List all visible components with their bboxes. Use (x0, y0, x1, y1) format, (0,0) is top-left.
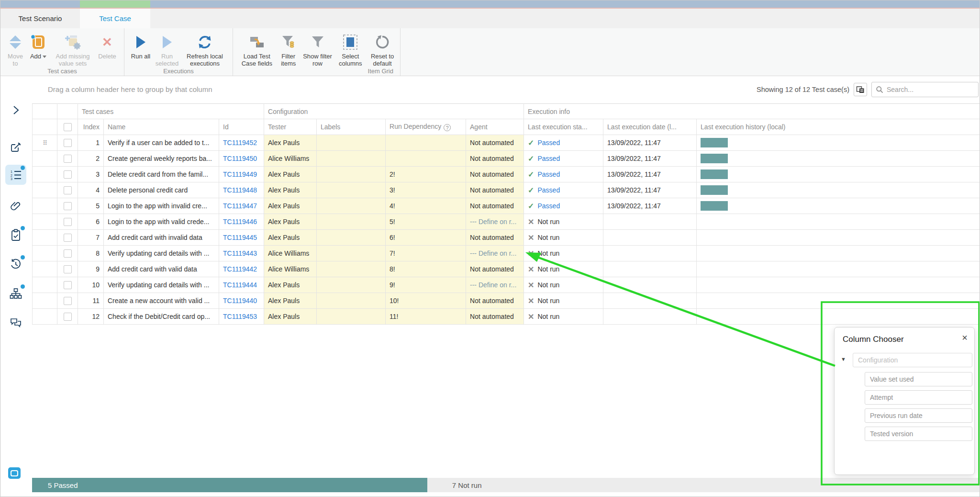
cell-name[interactable]: Verify updating card details with ... (104, 246, 219, 261)
cell-run-dependency[interactable]: 5! (386, 214, 466, 230)
test-case-id-link[interactable]: TC1119450 (223, 155, 257, 162)
drag-handle[interactable] (33, 214, 57, 230)
sidebar-item-hierarchy[interactable] (5, 283, 26, 304)
cell-tester[interactable]: Alex Pauls (264, 167, 317, 182)
load-test-case-fields-button[interactable]: Load Test Case fields (238, 30, 276, 68)
cell-run-dependency[interactable]: 10! (386, 293, 466, 309)
cell-agent[interactable]: Not automated (466, 151, 524, 167)
cell-labels[interactable] (317, 198, 386, 214)
cell-agent[interactable]: Not automated (466, 198, 524, 214)
filter-items-button[interactable]: Filter items (276, 30, 301, 68)
chooser-item-value-set-used[interactable]: Value set used (865, 372, 972, 386)
cell-run-dependency[interactable]: 4! (386, 198, 466, 214)
drag-handle[interactable] (33, 309, 57, 325)
cell-run-dependency[interactable] (386, 135, 466, 151)
cell-agent[interactable]: --- Define on r... (466, 277, 524, 293)
cell-labels[interactable] (317, 167, 386, 182)
cell-tester[interactable]: Alex Pauls (264, 293, 317, 309)
status-text[interactable]: Passed (537, 139, 560, 147)
search-input[interactable] (887, 86, 968, 93)
row-checkbox[interactable] (64, 170, 72, 179)
column-header-last-execution-status[interactable]: Last execution sta... (524, 119, 603, 135)
chooser-item-previous-run-date[interactable]: Previous run date (865, 408, 972, 423)
drag-handle[interactable]: ⠿ (33, 135, 57, 151)
cell-run-dependency[interactable]: 2! (386, 167, 466, 182)
sidebar-item-numbered-list[interactable]: 123 (5, 165, 26, 185)
test-case-id-link[interactable]: TC1119444 (223, 281, 257, 289)
cell-name[interactable]: Verify updating card details with ... (104, 277, 219, 293)
cell-tester[interactable]: Alex Pauls (264, 198, 317, 214)
status-text[interactable]: Not run (537, 218, 559, 226)
status-text[interactable]: Not run (537, 313, 559, 320)
show-filter-row-button[interactable]: Show filter row (301, 30, 334, 68)
column-group-test-cases[interactable]: Test cases (78, 104, 264, 119)
column-header-name[interactable]: Name (104, 119, 219, 135)
drag-handle[interactable] (33, 151, 57, 167)
refresh-local-executions-button[interactable]: Refresh local executions (182, 30, 228, 68)
cell-tester[interactable]: Alex Pauls (264, 214, 317, 230)
sidebar-item-clipboard-check[interactable] (5, 225, 26, 245)
cell-labels[interactable] (317, 151, 386, 167)
test-case-id-link[interactable]: TC1119452 (223, 139, 257, 147)
cell-agent[interactable]: Not automated (466, 293, 524, 309)
cell-labels[interactable] (317, 309, 386, 325)
drag-handle[interactable] (33, 293, 57, 309)
cell-run-dependency[interactable]: 6! (386, 230, 466, 246)
delete-button[interactable]: ✕ Delete (95, 30, 119, 60)
test-case-id-link[interactable]: TC1119446 (223, 218, 257, 226)
row-checkbox[interactable] (64, 281, 72, 289)
cell-name[interactable]: Add credit card with valid data (104, 261, 219, 277)
help-icon[interactable]: ? (444, 124, 451, 131)
cell-agent[interactable]: Not automated (466, 309, 524, 325)
cell-labels[interactable] (317, 261, 386, 277)
drag-handle[interactable] (33, 277, 57, 293)
row-checkbox[interactable] (64, 139, 72, 147)
cell-tester[interactable]: Alex Pauls (264, 182, 317, 198)
cell-tester[interactable]: Alex Pauls (264, 135, 317, 151)
card-view-icon[interactable] (854, 83, 867, 96)
cell-run-dependency[interactable]: 11! (386, 309, 466, 325)
sidebar-item-history[interactable] (5, 254, 26, 274)
column-header-agent[interactable]: Agent (466, 119, 524, 135)
cell-agent[interactable]: Not automated (466, 135, 524, 151)
cell-name[interactable]: Create a new account with valid ... (104, 293, 219, 309)
cell-tester[interactable]: Alice Williams (264, 151, 317, 167)
column-header-labels[interactable]: Labels (317, 119, 386, 135)
row-checkbox[interactable] (64, 218, 72, 226)
column-header-index[interactable]: Index (78, 119, 104, 135)
status-text[interactable]: Passed (537, 170, 560, 178)
test-case-id-link[interactable]: TC1119445 (223, 234, 257, 241)
cell-name[interactable]: Add credit card with invalid data (104, 230, 219, 246)
cell-run-dependency[interactable] (386, 151, 466, 167)
status-text[interactable]: Not run (537, 265, 559, 273)
column-header-run-dependency[interactable]: Run Dependency? (386, 119, 466, 135)
status-text[interactable]: Not run (537, 297, 559, 305)
tab-test-case[interactable]: Test Case (80, 9, 150, 28)
cell-labels[interactable] (317, 214, 386, 230)
status-text[interactable]: Not run (537, 281, 559, 289)
close-icon[interactable]: × (962, 333, 968, 342)
column-header-last-execution-date[interactable]: Last execution date (l... (603, 119, 697, 135)
cell-name[interactable]: Login to the app with invalid cre... (104, 198, 219, 214)
cell-run-dependency[interactable]: 3! (386, 182, 466, 198)
row-checkbox[interactable] (64, 249, 72, 258)
column-header-tester[interactable]: Tester (264, 119, 317, 135)
tab-test-scenario[interactable]: Test Scenario (0, 9, 80, 28)
test-case-id-link[interactable]: TC1119442 (223, 265, 257, 273)
test-case-id-link[interactable]: TC1119443 (223, 249, 257, 257)
chooser-item-attempt[interactable]: Attempt (865, 390, 972, 405)
status-text[interactable]: Passed (537, 186, 560, 194)
column-group-execution-info[interactable]: Execution info (524, 104, 980, 119)
history-bar[interactable] (701, 138, 728, 147)
test-case-id-link[interactable]: TC1119449 (223, 170, 257, 178)
cell-name[interactable]: Login to the app with valid crede... (104, 214, 219, 230)
cell-agent[interactable]: Not automated (466, 167, 524, 182)
drag-handle[interactable] (33, 261, 57, 277)
test-case-id-link[interactable]: TC1119447 (223, 202, 257, 210)
row-checkbox[interactable] (64, 155, 72, 163)
cell-name[interactable]: Verify if a user can be added to t... (104, 135, 219, 151)
drag-handle[interactable] (33, 230, 57, 246)
test-case-id-link[interactable]: TC1119440 (223, 297, 257, 305)
cell-agent[interactable]: --- Define on r... (466, 214, 524, 230)
cell-name[interactable]: Check if the Debit/Credit card op... (104, 309, 219, 325)
